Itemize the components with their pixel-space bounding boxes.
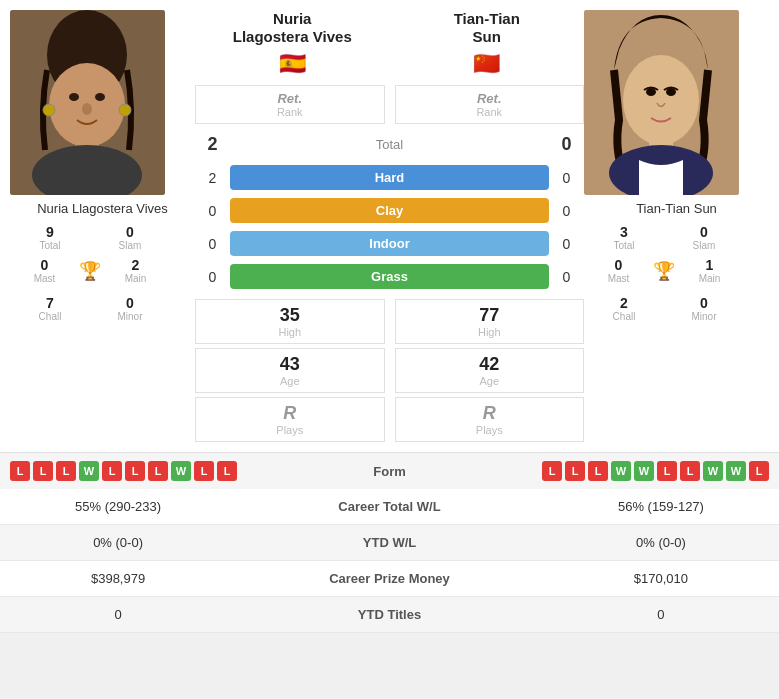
hard-score-right: 0 xyxy=(549,170,584,186)
right-player-card: Tian-Tian Sun 3 Total 0 Slam 0 Mast 🏆 xyxy=(584,10,769,442)
right-total-stat: 3 Total xyxy=(584,221,664,254)
left-minor-value: 0 xyxy=(90,295,170,311)
left-total-label: Total xyxy=(10,240,90,251)
left-mast-stat: 0 Mast xyxy=(10,254,79,287)
total-row: 2 Total 0 xyxy=(195,132,584,157)
svg-point-12 xyxy=(646,88,656,96)
left-player-photo xyxy=(10,10,165,195)
left-slam-value: 0 xyxy=(90,224,170,240)
stats-row-2: $398,979Career Prize Money$170,010 xyxy=(0,561,779,597)
form-badge-w: W xyxy=(611,461,631,481)
main-container: Nuria Llagostera Vives 9 Total 0 Slam 0 … xyxy=(0,0,779,633)
left-trophy-icon: 🏆 xyxy=(79,260,101,282)
total-label: Total xyxy=(230,132,549,157)
right-age-box: 42 Age xyxy=(395,348,585,393)
right-total-value: 3 xyxy=(584,224,664,240)
form-badge-l: L xyxy=(125,461,145,481)
left-age-label: Age xyxy=(208,375,372,387)
form-badge-l: L xyxy=(33,461,53,481)
left-plays-label: Plays xyxy=(208,424,372,436)
left-chall-stat: 7 Chall xyxy=(10,292,90,325)
stats-right-val-3: 0 xyxy=(543,597,779,633)
left-main-value: 2 xyxy=(101,257,170,273)
right-chall-label: Chall xyxy=(584,311,664,322)
stats-row-0: 55% (290-233)Career Total W/L56% (159-12… xyxy=(0,489,779,525)
grass-score-left: 0 xyxy=(195,269,230,285)
right-minor-stat: 0 Minor xyxy=(664,292,744,325)
right-mast-label: Mast xyxy=(584,273,653,284)
form-label: Form xyxy=(330,464,450,479)
hard-row: 2 Hard 0 xyxy=(195,165,584,190)
right-age-label: Age xyxy=(408,375,572,387)
form-badge-w: W xyxy=(703,461,723,481)
form-badge-l: L xyxy=(588,461,608,481)
right-player-name: Tian-Tian Sun xyxy=(584,201,769,216)
right-chall-row: 2 Chall 0 Minor xyxy=(584,292,744,325)
right-plays-label: Plays xyxy=(408,424,572,436)
right-high-value: 77 xyxy=(408,305,572,326)
left-total-stat: 9 Total xyxy=(10,221,90,254)
clay-score-left: 0 xyxy=(195,203,230,219)
left-center-name: Nuria Llagostera Vives xyxy=(195,10,390,46)
form-badge-l: L xyxy=(657,461,677,481)
left-chall-row: 7 Chall 0 Minor xyxy=(10,292,170,325)
left-total-value: 9 xyxy=(10,224,90,240)
left-minor-stat: 0 Minor xyxy=(90,292,170,325)
grass-button: Grass xyxy=(230,264,549,289)
stats-left-val-0: 55% (290-233) xyxy=(0,489,236,525)
svg-point-8 xyxy=(43,104,55,116)
stats-right-val-2: $170,010 xyxy=(543,561,779,597)
right-high-label: High xyxy=(408,326,572,338)
total-score-left: 2 xyxy=(195,134,230,155)
left-name-line2: Llagostera Vives xyxy=(195,28,390,46)
svg-point-6 xyxy=(95,93,105,101)
right-name-line2: Sun xyxy=(390,28,585,46)
form-badge-l: L xyxy=(148,461,168,481)
svg-point-11 xyxy=(623,55,699,145)
right-plays-value: R xyxy=(408,403,572,424)
left-slam-label: Slam xyxy=(90,240,170,251)
hard-button: Hard xyxy=(230,165,549,190)
right-main-stat: 1 Main xyxy=(675,254,744,287)
right-trophy-icon: 🏆 xyxy=(653,260,675,282)
right-minor-label: Minor xyxy=(664,311,744,322)
right-name-line1: Tian-Tian xyxy=(390,10,585,28)
right-slam-value: 0 xyxy=(664,224,744,240)
right-main-label: Main xyxy=(675,273,744,284)
left-age-value: 43 xyxy=(208,354,372,375)
right-slam-label: Slam xyxy=(664,240,744,251)
stats-center-label-1: YTD W/L xyxy=(236,525,543,561)
right-rank-box: Ret. Rank xyxy=(395,85,585,124)
right-age-value: 42 xyxy=(408,354,572,375)
svg-point-7 xyxy=(82,103,92,115)
total-score-right: 0 xyxy=(549,134,584,155)
right-mast-value: 0 xyxy=(584,257,653,273)
indoor-button: Indoor xyxy=(230,231,549,256)
left-chall-value: 7 xyxy=(10,295,90,311)
left-high-value: 35 xyxy=(208,305,372,326)
form-badge-w: W xyxy=(79,461,99,481)
stats-center-label-2: Career Prize Money xyxy=(236,561,543,597)
form-badge-l: L xyxy=(194,461,214,481)
left-plays-value: R xyxy=(208,403,372,424)
right-player-photo xyxy=(584,10,739,195)
right-form-badges: LLLWWLLWWL xyxy=(450,461,770,481)
clay-score-right: 0 xyxy=(549,203,584,219)
right-chall-stat: 2 Chall xyxy=(584,292,664,325)
stats-left-val-1: 0% (0-0) xyxy=(0,525,236,561)
form-badge-l: L xyxy=(749,461,769,481)
left-age-box: 43 Age xyxy=(195,348,385,393)
stats-right-val-0: 56% (159-127) xyxy=(543,489,779,525)
indoor-score-left: 0 xyxy=(195,236,230,252)
svg-point-5 xyxy=(69,93,79,101)
left-minor-label: Minor xyxy=(90,311,170,322)
stats-center-label-3: YTD Titles xyxy=(236,597,543,633)
left-player-card: Nuria Llagostera Vives 9 Total 0 Slam 0 … xyxy=(10,10,195,442)
middle-card: Nuria Llagostera Vives Tian-Tian Sun 🇪🇸 … xyxy=(195,10,584,442)
right-plays-box: R Plays xyxy=(395,397,585,442)
stats-center-label-0: Career Total W/L xyxy=(236,489,543,525)
form-badge-w: W xyxy=(726,461,746,481)
form-badge-l: L xyxy=(56,461,76,481)
left-player-name: Nuria Llagostera Vives xyxy=(10,201,195,216)
stats-row-1: 0% (0-0)YTD W/L0% (0-0) xyxy=(0,525,779,561)
